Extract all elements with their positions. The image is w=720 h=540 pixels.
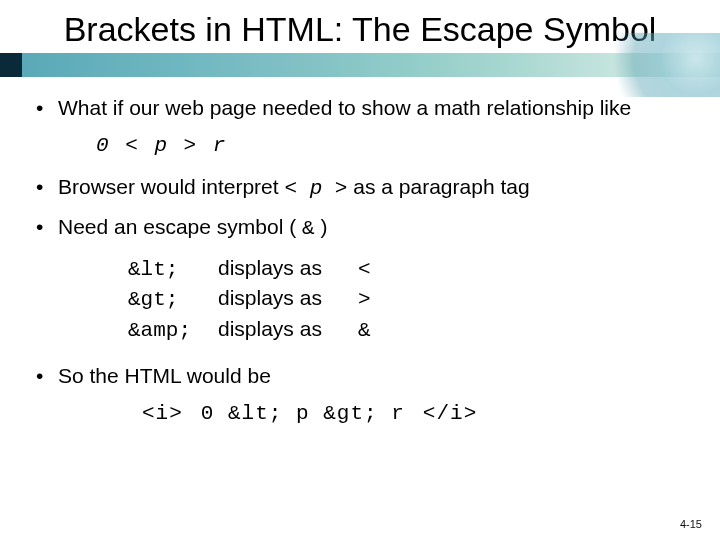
- bullet-3-part-b: ): [315, 215, 328, 238]
- html-open-tag: <i>: [142, 402, 183, 425]
- escape-symbol: >: [358, 286, 388, 314]
- bullet-2-text: Browser would interpret < p > as a parag…: [58, 174, 684, 202]
- escape-row: &lt; displays as <: [128, 254, 684, 284]
- html-close-tag: </i>: [423, 402, 477, 425]
- bullet-3-text: Need an escape symbol ( & ): [58, 214, 684, 242]
- slide-content: • What if our web page needed to show a …: [0, 95, 720, 428]
- escape-row: &amp; displays as &: [128, 315, 684, 345]
- bullet-2-part-b: as a paragraph tag: [347, 175, 529, 198]
- bullet-2-tag: < p >: [284, 177, 347, 200]
- bullet-1-text: What if our web page needed to show a ma…: [58, 95, 684, 121]
- bullet-3-part-a: Need an escape symbol (: [58, 215, 302, 238]
- bullet-4-text: So the HTML would be: [58, 363, 684, 389]
- bullet-dot: •: [36, 174, 58, 200]
- escape-code: &lt;: [128, 256, 218, 284]
- bullet-dot: •: [36, 95, 58, 121]
- bullet-dot: •: [36, 214, 58, 240]
- bullet-3-amp: &: [302, 217, 315, 240]
- bullet-1: • What if our web page needed to show a …: [36, 95, 684, 121]
- bullet-dot: •: [36, 363, 58, 389]
- bullet-2: • Browser would interpret < p > as a par…: [36, 174, 684, 202]
- decorative-banner: [0, 53, 720, 77]
- bullet-2-part-a: Browser would interpret: [58, 175, 284, 198]
- escape-label: displays as: [218, 315, 358, 343]
- page-number: 4-15: [680, 518, 702, 530]
- html-body: 0 &lt; p &gt; r: [201, 402, 405, 425]
- bullet-1-code: 0 < p > r: [36, 133, 684, 159]
- escape-label: displays as: [218, 254, 358, 282]
- escape-label: displays as: [218, 284, 358, 312]
- escape-code: &gt;: [128, 286, 218, 314]
- bullet-3: • Need an escape symbol ( & ): [36, 214, 684, 242]
- bullet-4: • So the HTML would be: [36, 363, 684, 389]
- escape-table: &lt; displays as < &gt; displays as > &a…: [36, 254, 684, 345]
- escape-row: &gt; displays as >: [128, 284, 684, 314]
- slide-title: Brackets in HTML: The Escape Symbol: [40, 10, 680, 49]
- html-example: <i>0 &lt; p &gt; r</i>: [36, 401, 684, 427]
- slide-title-area: Brackets in HTML: The Escape Symbol: [0, 0, 720, 53]
- escape-symbol: &: [358, 317, 388, 345]
- escape-code: &amp;: [128, 317, 218, 345]
- escape-symbol: <: [358, 256, 388, 284]
